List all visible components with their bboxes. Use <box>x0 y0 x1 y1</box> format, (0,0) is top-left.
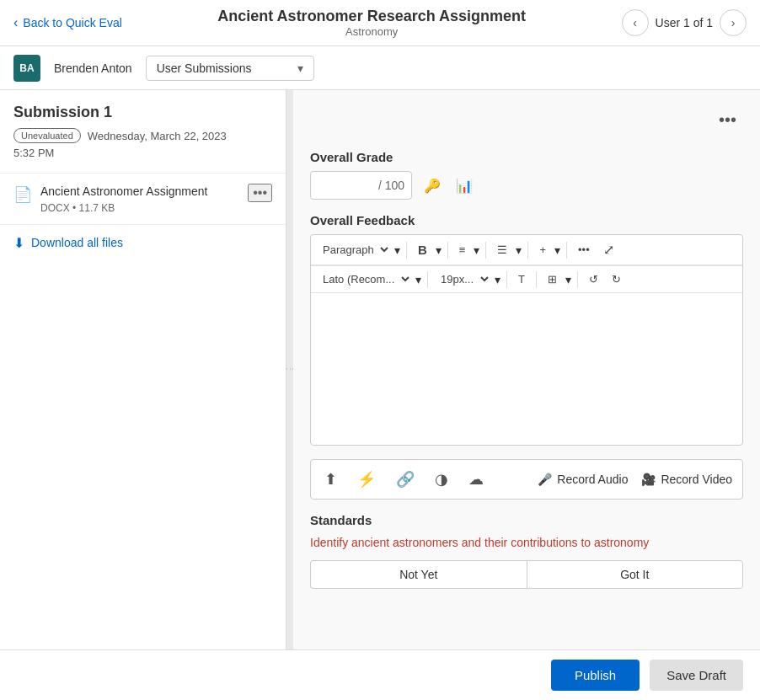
cloud-icon-button[interactable]: ☁ <box>465 467 487 492</box>
prev-user-button[interactable]: ‹ <box>622 9 649 36</box>
left-panel: Submission 1 Unevaluated Wednesday, Marc… <box>0 90 286 649</box>
file-size: 11.7 KB <box>79 202 115 214</box>
file-icon: 📄 <box>13 185 32 204</box>
record-audio-button[interactable]: 🎤 Record Audio <box>538 473 628 486</box>
submission-meta: Unevaluated Wednesday, March 22, 2023 <box>13 128 272 143</box>
list-button[interactable]: ☰ <box>492 240 512 259</box>
chevron-left-icon: ‹ <box>13 15 18 30</box>
more-toolbar-button[interactable]: ••• <box>573 240 595 259</box>
media-toolbar: ⬆ ⚡ 🔗 ◑ ☁ 🎤 Record Audio 🎥 Record Video <box>310 459 743 500</box>
file-dot: • <box>72 202 79 214</box>
panel-divider[interactable]: ⋮ <box>286 90 293 649</box>
standards-text: Identify ancient astronomers and their c… <box>310 534 743 552</box>
paragraph-style-select[interactable]: Paragraph <box>316 240 391 259</box>
grade-max: / 100 <box>378 179 411 192</box>
file-name[interactable]: Ancient Astronomer Assignment <box>40 184 239 200</box>
more-options-button[interactable]: ••• <box>712 107 743 133</box>
insert-button[interactable]: + <box>534 240 551 259</box>
download-icon: ⬇ <box>13 235 24 251</box>
record-video-button[interactable]: 🎥 Record Video <box>641 473 732 486</box>
submission-time: 5:32 PM <box>13 147 272 159</box>
file-ext: DOCX <box>40 202 70 214</box>
microphone-icon: 🎤 <box>538 473 552 486</box>
toolbar-sep-6 <box>427 271 428 288</box>
font-family-select[interactable]: Lato (Recom... <box>316 270 412 289</box>
got-it-button[interactable]: Got It <box>527 560 744 589</box>
right-panel: ••• Overall Grade / 100 🔑 📊 Overall Feed… <box>293 90 760 649</box>
not-yet-button[interactable]: Not Yet <box>310 560 527 589</box>
overall-grade-section: Overall Grade / 100 🔑 📊 <box>310 150 743 200</box>
circle-icon-button[interactable]: ◑ <box>431 467 452 492</box>
bold-button[interactable]: B <box>413 239 432 260</box>
user-name: Brenden Anton <box>54 61 132 75</box>
user-count: User 1 of 1 <box>656 16 713 29</box>
video-camera-icon: 🎥 <box>641 473 656 486</box>
toolbar-sep-3 <box>485 242 486 259</box>
undo-button[interactable]: ↺ <box>584 270 603 289</box>
chevron-down-icon: ▾ <box>297 61 303 75</box>
grade-key-button[interactable]: 🔑 <box>420 174 444 197</box>
top-row: ••• <box>310 107 743 133</box>
upload-icon-button[interactable]: ⬆ <box>321 467 340 492</box>
lightning-icon-button[interactable]: ⚡ <box>354 467 379 492</box>
publish-button[interactable]: Publish <box>551 660 640 691</box>
download-all-link[interactable]: ⬇ Download all files <box>13 235 272 251</box>
toolbar-sep-8 <box>536 271 537 288</box>
toolbar-list-arrow: ▾ <box>516 243 522 257</box>
table-button[interactable]: ⊞ <box>543 270 562 289</box>
font-size-select[interactable]: 19px... <box>434 270 491 289</box>
toolbar-sep-2 <box>447 242 448 259</box>
record-audio-label: Record Audio <box>557 473 628 486</box>
download-section: ⬇ Download all files <box>0 225 286 261</box>
grade-chart-button[interactable]: 📊 <box>452 174 476 197</box>
toolbar-sep-4 <box>527 242 528 259</box>
link-icon-button[interactable]: 🔗 <box>393 467 418 492</box>
dropdown-label: User Submissions <box>157 61 252 75</box>
app-header: ‹ Back to Quick Eval Ancient Astronomer … <box>0 0 760 46</box>
toolbar-b-arrow: ▾ <box>436 243 442 257</box>
file-more-button[interactable]: ••• <box>248 184 272 202</box>
toolbar-table-arrow: ▾ <box>565 273 571 286</box>
save-draft-button[interactable]: Save Draft <box>650 660 743 691</box>
standards-section: Standards Identify ancient astronomers a… <box>310 513 743 589</box>
unevaluated-badge: Unevaluated <box>13 128 81 143</box>
toolbar-plus-arrow: ▾ <box>554 243 560 257</box>
submission-title: Submission 1 <box>13 104 272 121</box>
feedback-editor-body[interactable] <box>311 293 742 445</box>
standards-label: Standards <box>310 513 743 527</box>
next-user-button[interactable]: › <box>720 9 747 36</box>
standards-buttons: Not Yet Got It <box>310 560 743 589</box>
align-button[interactable]: ≡ <box>454 240 471 259</box>
grade-input-wrap: / 100 <box>310 171 412 200</box>
main-content: Submission 1 Unevaluated Wednesday, Marc… <box>0 90 760 649</box>
footer: Publish Save Draft <box>0 649 760 700</box>
overall-grade-label: Overall Grade <box>310 150 743 164</box>
page-subtitle: Astronomy <box>122 25 622 38</box>
submission-date: Wednesday, March 22, 2023 <box>88 130 227 142</box>
back-link[interactable]: ‹ Back to Quick Eval <box>13 15 122 30</box>
user-nav: ‹ User 1 of 1 › <box>622 9 747 36</box>
download-label: Download all files <box>31 236 123 249</box>
submissions-dropdown[interactable]: User Submissions ▾ <box>146 56 314 81</box>
text-format-button[interactable]: T <box>513 270 530 289</box>
header-title-section: Ancient Astronomer Research Assignment A… <box>122 8 622 38</box>
feedback-editor: Paragraph ▾ B ▾ ≡ ▾ ☰ ▾ + ▾ ••• <box>310 234 743 446</box>
toolbar-font-arrow: ▾ <box>415 273 421 286</box>
toolbar-sep-9 <box>577 271 578 288</box>
editor-toolbar-row1: Paragraph ▾ B ▾ ≡ ▾ ☰ ▾ + ▾ ••• <box>311 235 742 265</box>
record-video-label: Record Video <box>661 473 732 486</box>
overall-feedback-label: Overall Feedback <box>310 213 743 227</box>
toolbar-sep-5 <box>566 242 567 259</box>
redo-button[interactable]: ↻ <box>607 270 626 289</box>
submission-header: Submission 1 Unevaluated Wednesday, Marc… <box>0 90 286 174</box>
file-item: 📄 Ancient Astronomer Assignment DOCX • 1… <box>0 174 286 225</box>
file-details: Ancient Astronomer Assignment DOCX • 11.… <box>40 184 239 214</box>
grade-input[interactable] <box>311 172 378 199</box>
toolbar-sep-7 <box>506 271 507 288</box>
overall-feedback-section: Overall Feedback Paragraph ▾ B ▾ ≡ ▾ ☰ ▾ <box>310 213 743 446</box>
file-meta: DOCX • 11.7 KB <box>40 202 239 214</box>
toolbar-size-arrow: ▾ <box>495 273 500 286</box>
toolbar-sep-1 <box>406 242 407 259</box>
expand-editor-button[interactable]: ⤢ <box>598 238 619 261</box>
back-label: Back to Quick Eval <box>23 16 122 29</box>
